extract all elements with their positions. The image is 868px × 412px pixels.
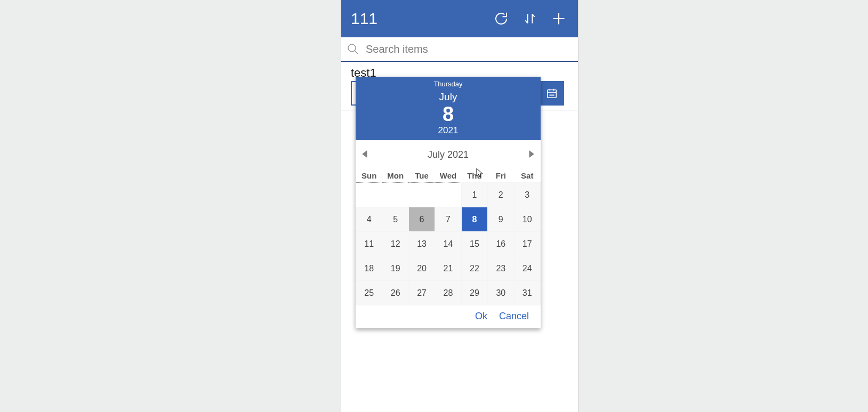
refresh-icon (493, 11, 509, 27)
add-button[interactable] (546, 6, 572, 31)
calendar-day[interactable]: 20 (408, 256, 435, 281)
sort-button[interactable] (517, 6, 543, 31)
calendar-empty-cell (382, 183, 408, 207)
search-input[interactable] (366, 43, 573, 55)
date-picker-nav: July 2021 (356, 140, 541, 169)
calendar-day[interactable]: 16 (488, 232, 514, 256)
calendar-day[interactable]: 29 (461, 281, 487, 305)
calendar-day[interactable]: 12 (382, 232, 408, 256)
date-picker-actions: Ok Cancel (356, 305, 541, 328)
refresh-button[interactable] (488, 6, 514, 31)
date-picker: Thursday July 8 2021 July 2021 SunMonTue… (356, 77, 541, 328)
calendar-day[interactable]: 31 (514, 281, 540, 305)
picker-year[interactable]: 2021 (358, 125, 539, 136)
calendar-day[interactable]: 28 (435, 281, 461, 305)
plus-icon (551, 11, 566, 26)
calendar-day[interactable]: 2 (488, 183, 514, 207)
svg-line-1 (355, 51, 358, 54)
calendar-empty-cell (435, 183, 461, 207)
date-picker-header: Thursday July 8 2021 (356, 77, 541, 140)
calendar-day[interactable]: 1 (461, 183, 487, 207)
calendar-day[interactable]: 30 (488, 281, 514, 305)
sort-icon (523, 11, 537, 27)
calendar-grid: SunMonTueWedThuFriSat 123456789101112131… (356, 169, 541, 305)
chevron-right-icon (528, 150, 534, 158)
cancel-button[interactable]: Cancel (499, 311, 529, 322)
app-frame: 111 test1 Thu (341, 0, 578, 412)
calendar-day[interactable]: 25 (356, 281, 382, 305)
calendar-day[interactable]: 15 (461, 232, 487, 256)
calendar-day[interactable]: 8 (461, 207, 487, 232)
calendar-day[interactable]: 21 (435, 256, 461, 281)
calendar-day[interactable]: 17 (514, 232, 540, 256)
chevron-left-icon (362, 150, 368, 158)
calendar-day[interactable]: 11 (356, 232, 382, 256)
calendar-day[interactable]: 10 (514, 207, 540, 232)
nav-month-year[interactable]: July 2021 (428, 149, 469, 160)
calendar-weekday: Fri (488, 169, 514, 183)
next-month-button[interactable] (528, 149, 534, 160)
picker-weekday: Thursday (358, 80, 539, 88)
picker-month[interactable]: July (358, 91, 539, 103)
calendar-day[interactable]: 18 (356, 256, 382, 281)
ok-button[interactable]: Ok (475, 311, 487, 322)
calendar-icon (546, 87, 558, 99)
search-bar (341, 37, 578, 62)
calendar-weekday: Thu (461, 169, 487, 183)
svg-rect-2 (548, 90, 557, 98)
calendar-day[interactable]: 27 (408, 281, 435, 305)
calendar-day[interactable]: 26 (382, 281, 408, 305)
calendar-weekday: Tue (408, 169, 435, 183)
calendar-weekday: Wed (435, 169, 461, 183)
calendar-empty-cell (408, 183, 435, 207)
calendar-day[interactable]: 22 (461, 256, 487, 281)
calendar-day[interactable]: 7 (435, 207, 461, 232)
app-topbar: 111 (341, 0, 578, 37)
picker-day[interactable]: 8 (358, 104, 539, 124)
svg-point-0 (348, 44, 356, 52)
calendar-weekday-row: SunMonTueWedThuFriSat (356, 169, 541, 183)
open-calendar-button[interactable] (541, 81, 564, 106)
calendar-weekday: Mon (382, 169, 408, 183)
calendar-weekday: Sat (514, 169, 540, 183)
calendar-day[interactable]: 23 (488, 256, 514, 281)
calendar-day[interactable]: 6 (408, 207, 435, 232)
calendar-day[interactable]: 9 (488, 207, 514, 232)
prev-month-button[interactable] (362, 149, 368, 160)
calendar-weekday: Sun (356, 169, 382, 183)
search-icon (347, 43, 359, 55)
calendar-day[interactable]: 24 (514, 256, 540, 281)
calendar-day[interactable]: 19 (382, 256, 408, 281)
calendar-day[interactable]: 14 (435, 232, 461, 256)
calendar-empty-cell (356, 183, 382, 207)
calendar-day[interactable]: 4 (356, 207, 382, 232)
calendar-day[interactable]: 3 (514, 183, 540, 207)
calendar-day[interactable]: 13 (408, 232, 435, 256)
calendar-day[interactable]: 5 (382, 207, 408, 232)
page-title: 111 (351, 10, 377, 28)
